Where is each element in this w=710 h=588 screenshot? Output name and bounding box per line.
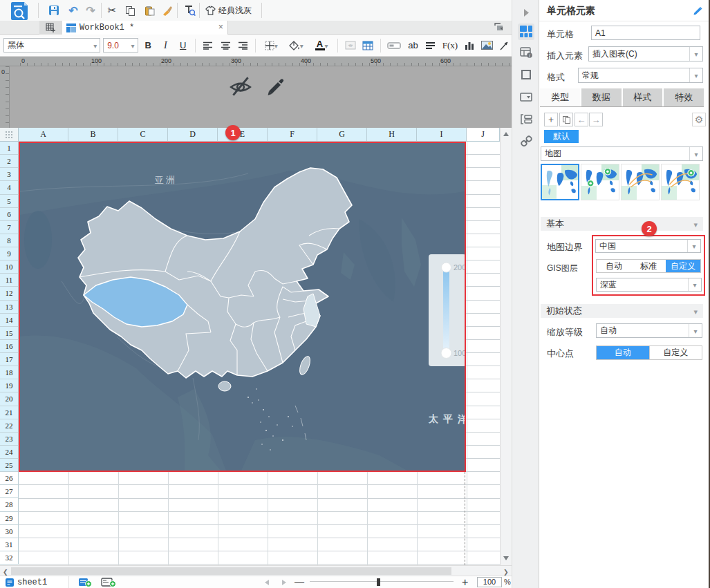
row-header-25[interactable]: 25 (0, 459, 19, 472)
border-style-button[interactable] (261, 38, 282, 53)
format-select[interactable]: 常规 (578, 68, 703, 83)
copy-button[interactable] (122, 2, 138, 19)
section-basic[interactable]: 基本 (541, 217, 703, 231)
row-header-31[interactable]: 31 (0, 538, 19, 551)
fill-color-button[interactable] (285, 38, 308, 53)
map-style-thumbnail-base[interactable] (541, 164, 579, 200)
row-header-6[interactable]: 6 (0, 208, 19, 221)
paste-button[interactable] (141, 2, 158, 19)
row-header-10[interactable]: 10 (0, 260, 19, 274)
zoom-slider-track[interactable] (310, 581, 454, 582)
column-header-F[interactable]: F (268, 128, 317, 142)
chart-type-select[interactable]: 地图 (541, 146, 703, 161)
cell-attributes-tab[interactable]: i (518, 44, 534, 61)
row-header-2[interactable]: 2 (0, 155, 19, 168)
cut-button[interactable]: ✂ (104, 2, 120, 19)
tab-workbook1[interactable]: WorkBook1 * × (62, 21, 228, 35)
row-header-16[interactable]: 16 (0, 340, 19, 353)
cell-ref-input[interactable]: A1 (591, 26, 700, 40)
redo-button[interactable]: ↷ (82, 2, 99, 19)
find-replace-button[interactable] (181, 2, 198, 19)
column-header-B[interactable]: B (68, 128, 118, 142)
zoom-slider-handle[interactable] (377, 578, 380, 586)
panel-tab-特效[interactable]: 特效 (664, 88, 704, 106)
panel-tab-类型[interactable]: 类型 (540, 88, 580, 106)
map-style-thumbnail-markers[interactable] (581, 164, 619, 200)
row-header-19[interactable]: 19 (0, 379, 19, 392)
map-legend[interactable]: 200 100 (429, 254, 465, 366)
row-header-4[interactable]: 4 (0, 181, 19, 194)
row-header-9[interactable]: 9 (0, 247, 19, 260)
scrollbar-thumb[interactable] (11, 567, 451, 575)
row-header-22[interactable]: 22 (0, 419, 19, 433)
row-header-24[interactable]: 24 (0, 446, 19, 459)
column-header-J[interactable]: J (467, 128, 500, 142)
column-header-I[interactable]: I (417, 128, 467, 142)
panel-tab-数据[interactable]: 数据 (581, 88, 622, 106)
insert-text-button[interactable]: ab (406, 38, 420, 53)
prev-sheet-icon[interactable] (265, 580, 269, 585)
row-header-20[interactable]: 20 (0, 392, 19, 406)
widget-settings-tab[interactable] (518, 88, 534, 105)
center-option-自动[interactable]: 自动 (597, 346, 649, 359)
popout-window-icon[interactable] (494, 23, 503, 33)
condition-attributes-tab[interactable] (518, 111, 534, 127)
format-painter-button[interactable] (159, 2, 176, 19)
copy-chart-button[interactable] (559, 113, 573, 126)
zoom-value-input[interactable]: 100 (477, 577, 502, 587)
scroll-left-icon[interactable]: ❮ (3, 569, 8, 576)
vertical-scrollbar[interactable] (500, 128, 512, 565)
zoom-level-select[interactable]: 自动 (596, 323, 702, 338)
zoom-in-button[interactable]: + (462, 576, 468, 588)
insert-formula-button[interactable]: F(x) (440, 38, 459, 53)
row-header-3[interactable]: 3 (0, 168, 19, 181)
scroll-right-icon[interactable]: ❯ (503, 569, 509, 576)
row-header-26[interactable]: 26 (0, 472, 19, 485)
center-option-自定义[interactable]: 自定义 (649, 346, 702, 359)
merge-cells-button[interactable]: a (343, 38, 357, 53)
zoom-out-button[interactable]: — (295, 576, 304, 587)
row-header-32[interactable]: 32 (0, 551, 19, 565)
rich-text-button[interactable] (423, 38, 438, 53)
row-header-1[interactable]: 1 (0, 142, 19, 155)
align-right-button[interactable] (236, 38, 250, 53)
add-form-sheet-button[interactable] (101, 578, 116, 587)
next-sheet-icon[interactable] (282, 580, 286, 585)
panel-tab-样式[interactable]: 样式 (623, 88, 663, 106)
row-header-7[interactable]: 7 (0, 221, 19, 234)
gis-option-自定义[interactable]: 自定义 (666, 260, 700, 272)
map-chart[interactable]: 亚洲 太平洋 200 100 (19, 142, 466, 472)
new-report-button[interactable] (39, 21, 62, 35)
row-header-23[interactable]: 23 (0, 433, 19, 446)
chart-default-tab[interactable]: 默认 (544, 130, 579, 143)
row-header-13[interactable]: 13 (0, 301, 19, 314)
row-header-15[interactable]: 15 (0, 327, 19, 340)
row-header-29[interactable]: 29 (0, 512, 19, 525)
bold-button[interactable]: B (141, 38, 156, 53)
sheet-tab[interactable]: sheet1 (0, 576, 69, 588)
insert-widget-button[interactable] (386, 38, 403, 53)
undo-button[interactable]: ↶ (65, 2, 82, 19)
font-family-select[interactable]: 黑体 (3, 38, 100, 53)
move-left-button[interactable]: ← (574, 113, 588, 126)
row-header-21[interactable]: 21 (0, 406, 19, 419)
row-header-11[interactable]: 11 (0, 274, 19, 287)
floating-element-tab[interactable] (518, 66, 534, 83)
column-header-A[interactable]: A (19, 128, 68, 142)
cell-element-tab[interactable] (518, 23, 534, 40)
close-tab-icon[interactable]: × (218, 23, 223, 32)
select-all-corner[interactable] (0, 128, 19, 142)
save-button[interactable] (46, 2, 62, 19)
draw-line-button[interactable] (497, 38, 512, 53)
move-right-button[interactable]: → (589, 113, 603, 126)
column-header-C[interactable]: C (118, 128, 168, 142)
row-header-5[interactable]: 5 (0, 195, 19, 208)
italic-button[interactable]: I (158, 38, 173, 53)
gis-style-select[interactable]: 深蓝 (596, 278, 702, 292)
column-header-G[interactable]: G (317, 128, 367, 142)
insert-chart-button[interactable] (462, 38, 476, 53)
cell-style-button[interactable] (361, 38, 375, 53)
hyperlink-tab[interactable] (518, 133, 534, 149)
row-header-12[interactable]: 12 (0, 287, 19, 300)
row-header-18[interactable]: 18 (0, 366, 19, 379)
